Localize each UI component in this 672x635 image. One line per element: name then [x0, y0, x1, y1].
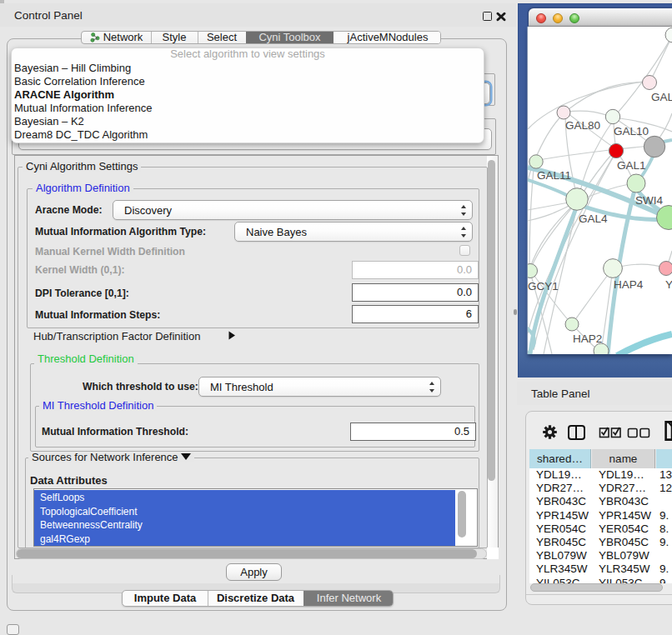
svg-text:GAL1: GAL1 [617, 159, 646, 172]
svg-text:SWI4: SWI4 [635, 194, 663, 207]
svg-text:GAL2: GAL2 [651, 91, 672, 103]
svg-text:HAP4: HAP4 [614, 278, 644, 291]
svg-text:GAL80: GAL80 [565, 119, 600, 132]
svg-text:GCY1: GCY1 [528, 280, 559, 292]
svg-text:GAL11: GAL11 [537, 169, 571, 182]
svg-text:HAP2: HAP2 [573, 332, 602, 345]
svg-text:Y: Y [665, 278, 672, 291]
svg-text:GAL4: GAL4 [579, 212, 608, 225]
svg-text:GAL10: GAL10 [614, 125, 649, 138]
